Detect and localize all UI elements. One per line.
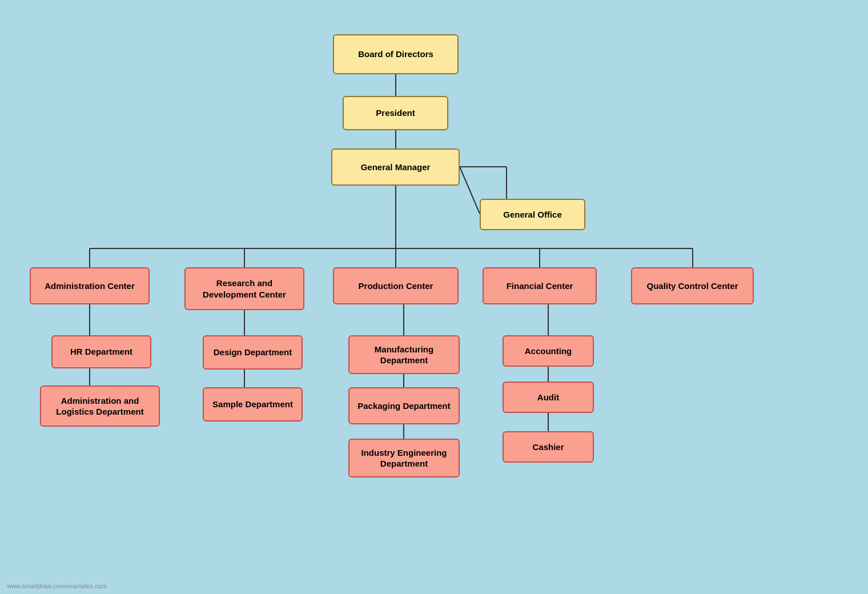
- production-center-node: Production Center: [333, 267, 459, 304]
- board-of-directors-node: Board of Directors: [333, 34, 459, 74]
- general-office-node: General Office: [480, 199, 585, 230]
- cashier-node: Cashier: [503, 431, 594, 463]
- administration-center-node: Administration Center: [30, 267, 150, 304]
- manufacturing-department-node: Manufacturing Department: [348, 335, 460, 374]
- president-node: President: [343, 96, 448, 130]
- audit-node: Audit: [503, 382, 594, 413]
- design-department-node: Design Department: [203, 335, 303, 370]
- rd-center-node: Research and Development Center: [184, 267, 304, 310]
- org-chart: Board of Directors President General Man…: [0, 0, 868, 594]
- watermark: www.smartdraw.com/examples.com: [7, 583, 107, 589]
- hr-department-node: HR Department: [51, 335, 151, 368]
- admin-logistics-department-node: Administration and Logistics Department: [40, 386, 160, 427]
- accounting-node: Accounting: [503, 335, 594, 367]
- quality-control-center-node: Quality Control Center: [631, 267, 754, 304]
- financial-center-node: Financial Center: [483, 267, 597, 304]
- sample-department-node: Sample Department: [203, 387, 303, 422]
- packaging-department-node: Packaging Department: [348, 387, 460, 424]
- industry-engineering-department-node: Industry Engineering Department: [348, 439, 460, 477]
- svg-line-2: [460, 167, 480, 214]
- general-manager-node: General Manager: [331, 148, 460, 186]
